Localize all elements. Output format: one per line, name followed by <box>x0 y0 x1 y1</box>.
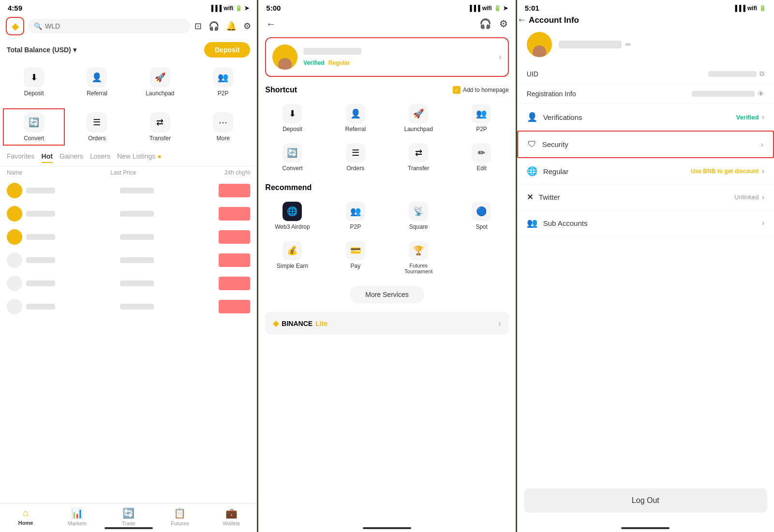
shortcut-transfer[interactable]: ⇄ Transfer <box>387 138 449 177</box>
recommend-p2p[interactable]: 👥 P2P <box>325 197 387 235</box>
binance-logo[interactable]: ◆ <box>6 17 24 35</box>
rec-p2p-icon: 👥 <box>346 202 365 221</box>
status-time-3: 5:01 <box>525 4 539 12</box>
search-bar[interactable]: 🔍 WLD <box>28 19 191 33</box>
security-row[interactable]: 🛡 Security › <box>517 131 774 158</box>
regular-row[interactable]: 🌐 Regular Use BNB to get discount › <box>517 158 774 185</box>
recommend-square[interactable]: 📡 Square <box>387 197 449 235</box>
status-bar-3: 5:01 ▐▐▐ wifi 🔋 <box>517 0 774 14</box>
balance-label[interactable]: Total Balance (USD) ▾ <box>7 46 76 54</box>
shortcut-referral-label: Referral <box>345 126 366 133</box>
table-row[interactable] <box>0 179 257 202</box>
crypto-info <box>7 206 55 222</box>
action-deposit[interactable]: ⬇ Deposit <box>3 63 65 101</box>
crypto-price <box>120 304 154 310</box>
logout-button[interactable]: Log Out <box>524 488 767 513</box>
shortcut-orders[interactable]: ☰ Orders <box>325 138 387 177</box>
avatar <box>272 44 298 70</box>
edit-name-icon[interactable]: ✏ <box>625 41 631 48</box>
shortcut-transfer-label: Transfer <box>408 165 429 172</box>
shortcut-launchpad[interactable]: 🚀 Launchpad <box>387 99 449 137</box>
nav-home[interactable]: ⌂ Home <box>0 507 51 526</box>
account-avatar <box>527 32 552 57</box>
more-services-button[interactable]: More Services <box>350 286 424 303</box>
action-transfer[interactable]: ⇄ Transfer <box>129 108 191 146</box>
bell-icon[interactable]: 🔔 <box>226 21 237 31</box>
checkbox-icon: ✓ <box>453 86 461 94</box>
profile-card[interactable]: Verified Regular › <box>265 37 508 77</box>
account-top-bar: ← Account Info <box>517 14 774 25</box>
transfer-label: Transfer <box>149 135 171 142</box>
deposit-button[interactable]: Deposit <box>204 42 250 58</box>
shortcut-edit[interactable]: ✏ Edit <box>450 138 512 177</box>
sub-accounts-row[interactable]: 👥 Sub Accounts › <box>517 210 774 236</box>
nav-futures[interactable]: 📋 Futures <box>154 507 206 526</box>
binance-lite-bar[interactable]: ◆ BINANCE Lite › <box>265 312 508 335</box>
table-row[interactable] <box>0 202 257 225</box>
p2p-icon: 👥 <box>213 67 233 88</box>
action-convert[interactable]: 🔄 Convert <box>3 108 65 146</box>
twitter-chevron: › <box>762 193 764 202</box>
location-icon-2: ➤ <box>503 5 508 12</box>
registration-value <box>692 91 755 97</box>
scan-icon[interactable]: ⊡ <box>194 21 202 31</box>
tab-favorites[interactable]: Favorites <box>7 152 35 163</box>
table-row[interactable] <box>0 225 257 249</box>
shortcut-p2p[interactable]: 👥 P2P <box>450 99 512 137</box>
twitter-row[interactable]: ✕ Twitter Unlinked › <box>517 185 774 210</box>
profile-icon[interactable]: ⚙ <box>243 21 251 31</box>
recommend-web3[interactable]: 🌐 Web3 Airdrop <box>261 197 323 235</box>
shortcut-convert[interactable]: 🔄 Convert <box>261 138 323 177</box>
futures-icon: 📋 <box>174 507 186 519</box>
copy-uid-icon[interactable]: ⧉ <box>759 70 764 78</box>
uid-label: UID <box>527 70 538 78</box>
table-row[interactable] <box>0 272 257 295</box>
account-name <box>559 41 622 48</box>
recommend-spot[interactable]: 🔵 Spot <box>450 197 512 235</box>
more-icon: ⋯ <box>213 112 233 133</box>
action-referral[interactable]: 👤 Referral <box>66 63 128 101</box>
home-indicator-2 <box>363 527 411 529</box>
table-row[interactable] <box>0 295 257 318</box>
shortcut-deposit[interactable]: ⬇ Deposit <box>261 99 323 137</box>
settings-icon[interactable]: ⚙ <box>499 18 508 30</box>
recommend-simple-earn[interactable]: 💰 Simple Earn <box>261 236 323 279</box>
tab-gainers[interactable]: Gainers <box>60 152 83 163</box>
square-icon: 📡 <box>409 202 428 221</box>
regular-discount: Use BNB to get discount <box>691 168 759 175</box>
shortcut-referral[interactable]: 👤 Referral <box>325 99 387 137</box>
tab-new-listings[interactable]: New Listings ● <box>117 152 162 163</box>
table-row[interactable] <box>0 249 257 272</box>
account-back-button[interactable]: ← <box>517 14 527 25</box>
verifications-label: Verifications <box>543 113 736 121</box>
add-homepage-toggle[interactable]: ✓ Add to homepage <box>453 86 509 94</box>
action-orders[interactable]: ☰ Orders <box>66 108 128 146</box>
lite-text: Lite <box>315 320 327 327</box>
eye-icon[interactable]: 👁 <box>758 90 764 98</box>
launchpad-label: Launchpad <box>146 90 174 97</box>
headset-icon-2[interactable]: 🎧 <box>479 18 491 30</box>
nav-wallets[interactable]: 💼 Wallets <box>206 507 257 526</box>
launchpad-icon: 🚀 <box>150 67 170 88</box>
nav-trade[interactable]: 🔄 Trade <box>103 507 154 526</box>
deposit-label: Deposit <box>24 90 44 97</box>
tab-losers[interactable]: Losers <box>90 152 110 163</box>
action-launchpad[interactable]: 🚀 Launchpad <box>129 63 191 101</box>
shortcut-orders-label: Orders <box>346 165 364 172</box>
registration-row: Registration Info 👁 <box>517 84 774 104</box>
action-p2p[interactable]: 👥 P2P <box>192 63 254 101</box>
tab-hot[interactable]: Hot <box>42 152 53 163</box>
crypto-price <box>120 188 154 193</box>
recommend-pay[interactable]: 💳 Pay <box>325 236 387 279</box>
nav-markets[interactable]: 📊 Markets <box>51 507 103 526</box>
futures-tournament-icon: 🏆 <box>409 241 428 260</box>
action-more[interactable]: ⋯ More <box>192 108 254 146</box>
back-button[interactable]: ← <box>266 18 276 30</box>
signal-icon-2: ▐▐▐ <box>468 5 480 12</box>
headset-icon[interactable]: 🎧 <box>208 21 219 31</box>
recommend-futures-tournament[interactable]: 🏆 FuturesTournament <box>387 236 449 279</box>
verifications-row[interactable]: 👤 Verifications Verified › <box>517 104 774 131</box>
referral-icon: 👤 <box>87 67 107 88</box>
square-label: Square <box>409 223 428 230</box>
quick-actions-row2: 🔄 Convert ☰ Orders ⇄ Transfer ⋯ More <box>0 104 257 149</box>
